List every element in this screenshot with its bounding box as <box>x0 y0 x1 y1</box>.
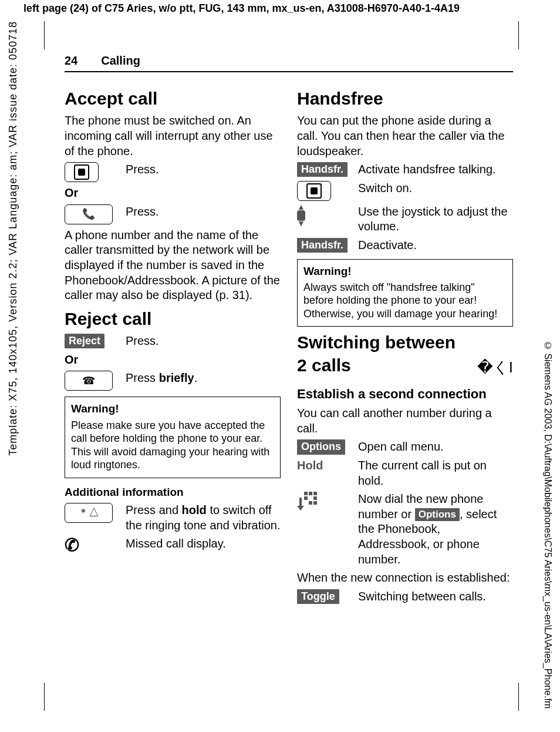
svg-rect-5 <box>309 501 312 505</box>
keypad-icon <box>297 492 317 512</box>
handsfree-deactivate: Deactivate. <box>358 238 513 253</box>
crop-mark <box>518 683 519 711</box>
right-column: Handsfree You can put the phone aside du… <box>297 83 513 697</box>
svg-rect-1 <box>309 492 312 495</box>
center-key-icon <box>297 181 331 201</box>
handsfree-switchon: Switch on. <box>358 181 513 196</box>
softkey-options: Options <box>297 439 345 454</box>
crop-mark <box>518 21 519 49</box>
or-label: Or <box>65 352 281 368</box>
svg-rect-0 <box>304 492 308 495</box>
warning-title: Warning! <box>303 264 507 278</box>
heading-handsfree: Handsfree <box>297 88 513 110</box>
second-connection-intro: You can call another number during a cal… <box>297 406 513 436</box>
press-briefly: Press briefly. <box>126 371 281 386</box>
heading-switching-l2: 2 calls <box>297 354 351 377</box>
press-text: Press. <box>126 334 281 349</box>
center-key-icon <box>65 162 99 182</box>
crop-mark <box>44 683 45 711</box>
svg-rect-2 <box>313 492 317 495</box>
warning-body: Always switch off "handsfree talking" be… <box>303 281 507 321</box>
open-call-menu: Open call menu. <box>358 439 513 455</box>
missed-call-icon: ✆ <box>65 536 79 554</box>
dial-desc: Now dial the new phone number or Options… <box>358 492 513 567</box>
warning-title: Warning! <box>71 402 274 416</box>
additional-info-title: Additional information <box>65 485 281 499</box>
left-column: Accept call The phone must be switched o… <box>65 83 281 697</box>
subhead-second-connection: Establish a second connection <box>297 386 513 402</box>
toggle-desc: Switching between calls. <box>358 589 513 605</box>
menu-hold: Hold <box>297 458 323 474</box>
or-label: Or <box>65 186 281 201</box>
handsfree-activate: Activate handsfree talking. <box>358 162 513 177</box>
joystick-icon: ▲▼ <box>297 204 305 227</box>
softkey-options-inline: Options <box>415 508 460 521</box>
right-margin-note: © Siemens AG 2003, D:\Auftrag\Mobilephon… <box>542 341 553 709</box>
call-key-icon: 📞 <box>65 204 113 224</box>
accept-intro: The phone must be switched on. An incomi… <box>65 113 281 159</box>
running-head: 24 Calling <box>65 54 513 72</box>
heading-reject-call: Reject call <box>65 308 281 330</box>
hold-desc: The current call is put on hold. <box>358 458 513 488</box>
connection-established: When the new connection is established: <box>297 570 513 586</box>
handsfree-intro: You can put the phone aside during a cal… <box>297 113 513 159</box>
warning-body: Please make sure you have accepted the c… <box>71 419 274 472</box>
softkey-reject: Reject <box>65 334 104 348</box>
heading-switching-l1: Switching between <box>297 331 513 354</box>
top-header: left page (24) of C75 Aries, w/o ptt, FU… <box>23 2 460 15</box>
svg-rect-6 <box>313 501 317 505</box>
missed-call-desc: Missed call display. <box>126 536 281 552</box>
crop-mark <box>44 21 45 49</box>
handsfree-volume: Use the joystick to adjust the volume. <box>358 204 513 234</box>
softkey-toggle: Toggle <box>297 589 339 604</box>
svg-rect-4 <box>313 496 317 500</box>
press-text: Press. <box>126 162 281 177</box>
heading-accept-call: Accept call <box>65 88 281 110</box>
softkey-handsfree: Handsfr. <box>297 238 348 253</box>
softkey-handsfree: Handsfr. <box>297 162 348 177</box>
page-number: 24 <box>65 54 77 68</box>
svg-rect-3 <box>304 496 308 500</box>
press-text: Press. <box>126 204 281 220</box>
warning-box: Warning! Always switch off "handsfree ta… <box>297 259 513 327</box>
star-key-desc: Press and hold to switch off the ringing… <box>126 503 281 533</box>
end-key-icon: ☎ <box>65 371 113 391</box>
warning-box: Warning! Please make sure you have accep… <box>65 397 281 478</box>
network-feature-icon: �くI <box>477 360 513 375</box>
accept-details: A phone number and the name of the calle… <box>65 228 281 303</box>
star-key-icon: ＊△ <box>65 503 113 523</box>
section-title: Calling <box>101 54 140 68</box>
left-margin-note: Template: X75, 140x105, Version 2.2; VAR… <box>7 21 19 456</box>
